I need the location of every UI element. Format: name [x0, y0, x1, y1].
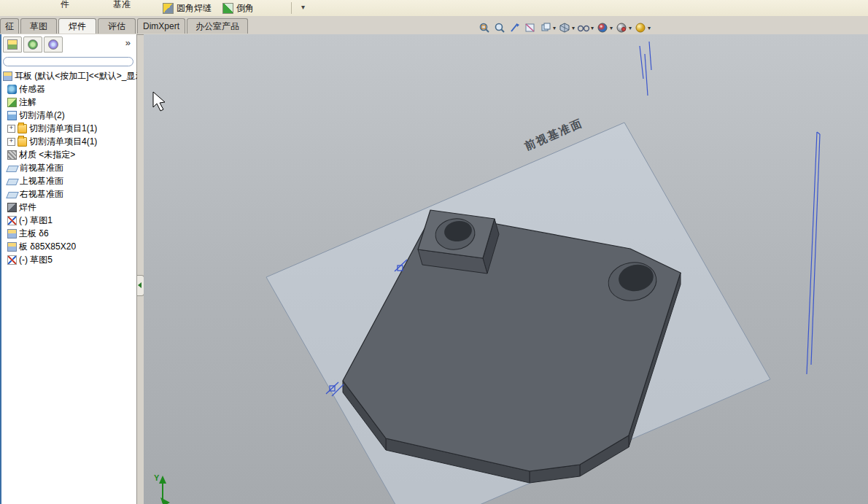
weldment-icon	[7, 203, 17, 212]
toolbar-fragment[interactable]: 基准	[113, 0, 131, 8]
chamfer-icon	[222, 3, 233, 14]
expand-box-icon[interactable]: +	[7, 125, 15, 133]
tree-item-sketch1[interactable]: (-) 草图1	[1, 214, 137, 227]
part-icon	[7, 229, 17, 239]
triad-y-label: Y	[154, 473, 160, 482]
sketch-icon	[7, 216, 17, 225]
chamfer-button[interactable]: 倒角	[219, 1, 257, 15]
chamfer-label: 倒角	[236, 2, 254, 15]
featuremanager-tab-icon	[7, 39, 18, 50]
mouse-cursor-icon	[153, 92, 165, 111]
display-style-icon[interactable]	[558, 22, 571, 34]
orientation-triad: Y	[154, 473, 170, 504]
zoom-fit-icon[interactable]	[493, 22, 506, 34]
apply-scene-icon[interactable]	[615, 22, 628, 34]
tree-item-label: (-) 草图1	[19, 214, 53, 227]
tree-item-label: 主板 δ6	[19, 228, 49, 240]
tree-item-cutlist[interactable]: 切割清单(2)	[1, 109, 137, 122]
sketch-icon	[7, 255, 17, 265]
dropdown-arrow-icon[interactable]: ▾	[648, 25, 651, 31]
tree-item-weldment[interactable]: 焊件	[1, 201, 137, 214]
tab-evaluate[interactable]: 评估	[98, 18, 136, 34]
tab-office-products[interactable]: 办公室产品	[187, 18, 248, 34]
part-icon	[7, 242, 17, 252]
sketch-line-long[interactable]	[807, 132, 820, 374]
propertymanager-tab-icon	[28, 39, 38, 50]
tree-item-label: 前视基准面	[20, 162, 63, 174]
fillet-weld-icon	[163, 3, 174, 14]
solidworks-window: 件 基准 圆角焊缝 倒角 ▾ 征 草图 焊件 评估 DimXpert 办公室产品	[0, 0, 868, 504]
plane-icon	[6, 192, 19, 198]
fillet-weld-label: 圆角焊缝	[177, 2, 212, 15]
material-icon	[7, 150, 17, 160]
dropdown-arrow-icon[interactable]: ▾	[591, 25, 594, 31]
propertymanager-tab[interactable]	[23, 36, 42, 53]
tree-item-label: 切割清单项目4(1)	[29, 136, 97, 148]
scene-svg: 前视基准面	[144, 34, 868, 504]
tree-item-plate[interactable]: 板 δ85X85X20	[1, 240, 137, 253]
tree-root-item[interactable]: 耳板 (默认<按加工]<<默认>_显示状	[1, 69, 137, 82]
graphics-viewport[interactable]: 前视基准面	[144, 34, 868, 504]
cutlist-icon	[7, 111, 17, 120]
tree-item-label: 传感器	[19, 83, 45, 96]
section-view-icon[interactable]	[524, 22, 537, 34]
tree-item-label: 切割清单(2)	[19, 109, 65, 122]
tree-root-label: 耳板 (默认<按加工]<<默认>_显示状	[15, 70, 137, 82]
tab-dimxpert[interactable]: DimXpert	[137, 18, 185, 34]
tree-item-cutlist-item1[interactable]: + 切割清单项目1(1)	[1, 122, 137, 135]
tab-sketch[interactable]: 草图	[20, 18, 57, 34]
dropdown-arrow-icon[interactable]: ▾	[629, 25, 632, 31]
tree-item-label: (-) 草图5	[19, 254, 53, 266]
featuremanager-tab[interactable]	[3, 36, 22, 53]
zoom-selection-icon[interactable]	[508, 22, 522, 34]
commandmanager-tab-row: 征 草图 焊件 评估 DimXpert 办公室产品	[0, 16, 868, 35]
tab-weldments[interactable]: 焊件	[58, 18, 96, 34]
fillet-weld-button[interactable]: 圆角焊缝	[159, 1, 215, 15]
folder-icon	[18, 124, 27, 133]
tree-item-label: 注解	[19, 96, 36, 109]
tree-item-cutlist-item4[interactable]: + 切割清单项目4(1)	[1, 135, 137, 148]
dropdown-arrow-icon[interactable]: ▾	[610, 25, 613, 31]
plane-icon	[6, 166, 19, 172]
edit-appearance-icon[interactable]	[596, 22, 609, 34]
annotations-icon	[7, 98, 17, 107]
toolbar-overflow-arrow[interactable]: ▾	[301, 3, 305, 11]
dropdown-arrow-icon[interactable]: ▾	[572, 25, 575, 31]
view-settings-icon[interactable]	[634, 22, 647, 34]
view-orientation-icon[interactable]	[539, 22, 552, 34]
tree-item-label: 焊件	[19, 201, 36, 214]
tree-item-annotations[interactable]: 注解	[1, 96, 137, 109]
panel-filter-bar[interactable]	[3, 57, 133, 66]
hide-show-items-icon[interactable]	[577, 22, 590, 34]
configurationmanager-tab-icon	[48, 39, 58, 50]
sensors-icon	[7, 85, 17, 94]
view-toolbar: ▾ ▾ ▾ ▾ ▾ ▾	[478, 21, 651, 34]
tree-item-front-plane[interactable]: 前视基准面	[1, 161, 137, 174]
tree-item-top-plane[interactable]: 上视基准面	[1, 174, 137, 187]
tab-features[interactable]: 征	[0, 18, 19, 34]
toolbar-separator	[291, 2, 292, 14]
tree-item-sensors[interactable]: 传感器	[1, 82, 137, 96]
toolbar-fragment[interactable]: 件	[61, 0, 69, 8]
tree-item-label: 板 δ85X85X20	[19, 241, 76, 253]
configurationmanager-tab[interactable]	[44, 36, 63, 53]
panel-overflow-chevron[interactable]: »	[125, 37, 131, 48]
tree-item-label: 切割清单项目1(1)	[29, 123, 97, 135]
tree-item-material[interactable]: 材质 <未指定>	[1, 148, 137, 161]
tree-item-sketch5[interactable]: (-) 草图5	[1, 253, 137, 266]
folder-icon	[18, 137, 27, 147]
tree-item-label: 上视基准面	[20, 175, 63, 187]
tree-item-right-plane[interactable]: 右视基准面	[1, 187, 137, 201]
part-icon	[3, 71, 12, 81]
expand-box-icon[interactable]: +	[7, 138, 15, 146]
tree-item-label: 右视基准面	[20, 188, 63, 201]
tree-item-label: 材质 <未指定>	[19, 149, 75, 161]
tree-item-main-plate[interactable]: 主板 δ6	[1, 227, 137, 240]
plane-icon	[6, 179, 19, 185]
sketch-dashes[interactable]	[640, 42, 651, 96]
dropdown-arrow-icon[interactable]: ▾	[553, 25, 556, 31]
zoom-window-icon[interactable]	[478, 22, 491, 34]
panel-tabs	[3, 36, 63, 53]
top-toolbar: 件 基准 圆角焊缝 倒角 ▾	[0, 0, 868, 17]
featuremanager-panel: » 耳板 (默认<按加工]<<默认>_显示状 传感器 注解 切割清单(2) + …	[0, 34, 137, 504]
